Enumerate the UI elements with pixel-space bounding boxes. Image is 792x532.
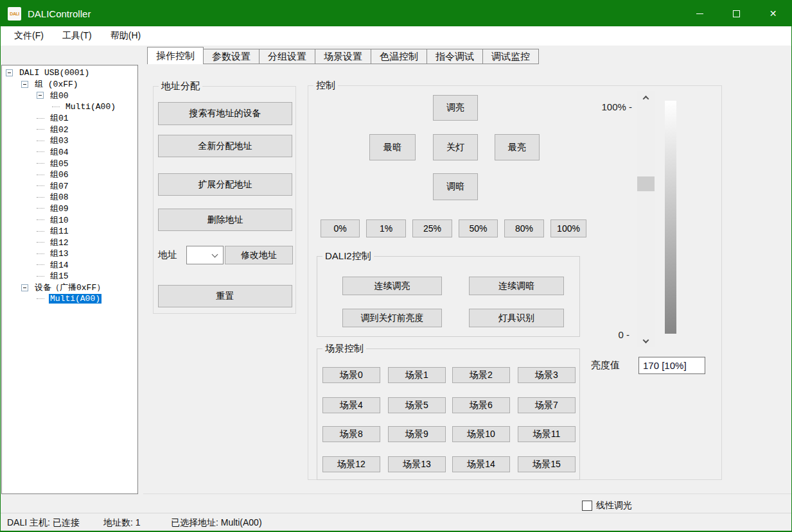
scene-button-7[interactable]: 场景7 [518, 397, 576, 413]
scroll-down-button[interactable] [637, 336, 655, 346]
tree-item[interactable]: 组11 [2, 225, 137, 237]
tree-item[interactable]: 组00 [2, 90, 137, 101]
tree-item-label: 组13 [49, 248, 70, 259]
address-combo[interactable] [186, 246, 224, 264]
percent-button-50[interactable]: 50% [459, 219, 498, 237]
tree-item[interactable]: 组10 [2, 214, 137, 226]
tab-command-debug[interactable]: 指令调试 [427, 49, 483, 64]
menu-item-file[interactable]: 文件(F) [14, 30, 44, 42]
tab-color-temp-control[interactable]: 色温控制 [371, 49, 427, 64]
expand-minus-icon[interactable] [21, 284, 28, 291]
percent-button-1[interactable]: 1% [366, 219, 406, 237]
close-button[interactable]: ✕ [755, 1, 791, 26]
chevron-down-icon [643, 337, 649, 343]
tree-item[interactable]: 组03 [2, 135, 137, 147]
tree-item[interactable]: 设备（广播0xFF） [2, 282, 137, 293]
tree-item-label: 组09 [49, 203, 70, 214]
scene-button-1[interactable]: 场景1 [388, 367, 446, 383]
tab-debug-monitor[interactable]: 调试监控 [482, 49, 539, 64]
tree-item-label: 组15 [49, 270, 70, 282]
scene-button-14[interactable]: 场景14 [452, 456, 510, 472]
recall-last-level-button[interactable]: 调到关灯前亮度 [342, 309, 442, 327]
scene-button-11[interactable]: 场景11 [518, 426, 576, 442]
continuous-dim-button[interactable]: 连续调暗 [469, 277, 564, 295]
scene-button-3[interactable]: 场景3 [518, 367, 576, 383]
scroll-up-button[interactable] [637, 92, 655, 103]
tree-item-label: 组08 [49, 191, 70, 203]
dim-button[interactable]: 调暗 [433, 173, 478, 200]
tree-item[interactable]: 组07 [2, 180, 137, 192]
scene-control-group-title: 场景控制 [322, 343, 366, 355]
tree-item[interactable]: 组09 [2, 203, 137, 214]
percent-button-25[interactable]: 25% [412, 219, 452, 237]
scene-button-12[interactable]: 场景12 [322, 456, 380, 472]
scene-button-0[interactable]: 场景0 [322, 367, 380, 383]
expand-minus-icon[interactable] [37, 92, 44, 99]
tab-operation-control[interactable]: 操作控制 [147, 47, 204, 64]
address-label: 地址 [158, 249, 177, 261]
scene-button-15[interactable]: 场景15 [518, 456, 576, 472]
scene-button-9[interactable]: 场景9 [388, 426, 446, 442]
max-brightness-button[interactable]: 最亮 [495, 134, 540, 160]
lamp-identify-button[interactable]: 灯具识别 [469, 309, 564, 327]
maximize-icon [733, 10, 740, 17]
maximize-button[interactable] [718, 1, 755, 26]
lamp-off-button[interactable]: 关灯 [433, 134, 478, 160]
minimize-button[interactable] [682, 1, 718, 26]
percent-button-100[interactable]: 100% [550, 219, 586, 237]
tree-item[interactable]: 组05 [2, 158, 137, 169]
scene-button-6[interactable]: 场景6 [452, 397, 510, 413]
brightness-scrollbar[interactable] [637, 91, 655, 347]
brightness-max-label: 100% - [590, 101, 632, 112]
tree-item-label: 组06 [49, 169, 70, 180]
tree-item-label: 组05 [49, 158, 70, 169]
tree-item-label: 组07 [49, 180, 70, 192]
scene-button-4[interactable]: 场景4 [322, 397, 380, 413]
tree-item[interactable]: 组15 [2, 271, 137, 282]
tab-parameter-settings[interactable]: 参数设置 [203, 49, 260, 64]
device-tree[interactable]: DALI USB(0001)组 (0xFF)组00Multi(A00)组01组0… [1, 65, 138, 494]
tree-item[interactable]: 组14 [2, 259, 137, 271]
tree-item[interactable]: 组 (0xFF) [2, 79, 137, 90]
brighten-button[interactable]: 调亮 [433, 95, 478, 121]
tree-item[interactable]: 组04 [2, 146, 137, 158]
percent-button-80[interactable]: 80% [504, 219, 544, 237]
assign-new-address-button[interactable]: 全新分配地址 [158, 135, 292, 157]
tree-connector [37, 141, 44, 141]
scene-button-10[interactable]: 场景10 [452, 426, 510, 442]
scene-button-5[interactable]: 场景5 [388, 397, 446, 413]
status-host-connection: DALI 主机: 已连接 [7, 517, 80, 529]
scene-button-2[interactable]: 场景2 [452, 367, 510, 383]
scrollbar-thumb[interactable] [637, 176, 655, 191]
continuous-brighten-button[interactable]: 连续调亮 [342, 277, 442, 295]
tree-item[interactable]: 组01 [2, 112, 137, 124]
tree-item[interactable]: DALI USB(0001) [2, 67, 137, 79]
search-addressed-devices-button[interactable]: 搜索有地址的设备 [158, 102, 292, 125]
tree-item[interactable]: 组13 [2, 248, 137, 260]
tree-item[interactable]: 组02 [2, 124, 137, 135]
tab-group-settings[interactable]: 分组设置 [259, 49, 315, 64]
min-brightness-button[interactable]: 最暗 [369, 134, 416, 160]
tree-item[interactable]: Multi(A00) [2, 101, 137, 113]
menu-item-tools[interactable]: 工具(T) [62, 30, 92, 42]
percent-button-0[interactable]: 0% [321, 219, 360, 237]
tree-item[interactable]: 组12 [2, 237, 137, 248]
expand-minus-icon[interactable] [6, 69, 13, 76]
tree-item[interactable]: 组08 [2, 192, 137, 203]
tab-scene-settings[interactable]: 场景设置 [315, 49, 371, 64]
brightness-min-label: 0 - [590, 329, 629, 340]
tree-connector [37, 208, 44, 209]
tree-item[interactable]: Multi(A00) [2, 293, 137, 305]
scene-button-8[interactable]: 场景8 [322, 426, 380, 442]
expand-minus-icon[interactable] [21, 81, 28, 88]
delete-address-button[interactable]: 删除地址 [158, 209, 292, 231]
tree-item[interactable]: 组06 [2, 169, 137, 180]
modify-address-button[interactable]: 修改地址 [225, 246, 293, 264]
scene-button-13[interactable]: 场景13 [388, 456, 446, 472]
extend-assign-address-button[interactable]: 扩展分配地址 [158, 173, 292, 196]
brightness-value-box[interactable]: 170 [10%] [638, 357, 705, 374]
reset-button[interactable]: 重置 [158, 285, 292, 307]
menu-item-help[interactable]: 帮助(H) [110, 30, 141, 42]
linear-dimming-checkbox[interactable] [582, 501, 592, 511]
close-icon: ✕ [770, 9, 777, 18]
